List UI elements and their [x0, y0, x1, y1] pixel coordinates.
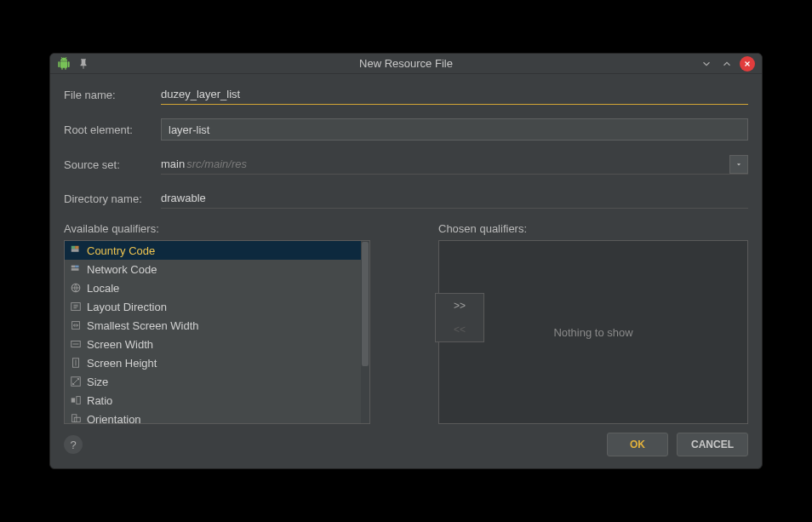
svg-rect-1: [75, 246, 78, 250]
qualifier-item-ratio[interactable]: Ratio: [65, 391, 369, 410]
close-button[interactable]: [740, 56, 755, 72]
root-element-input[interactable]: [161, 118, 748, 141]
file-name-input[interactable]: [161, 84, 748, 105]
svg-rect-2: [71, 249, 79, 252]
new-resource-file-dialog: New Resource File File name: Root elemen…: [49, 53, 763, 469]
transfer-buttons: >> <<: [435, 293, 484, 342]
directory-name-label: Directory name:: [64, 192, 161, 205]
svg-rect-15: [74, 417, 80, 422]
orientation-icon: [70, 413, 82, 424]
directory-name-input[interactable]: [161, 188, 748, 209]
available-qualifiers-label: Available qualifiers:: [64, 222, 370, 235]
globe-icon: [70, 282, 82, 294]
qualifier-item-size[interactable]: Size: [65, 372, 369, 391]
ok-button[interactable]: OK: [607, 433, 668, 456]
layout-direction-icon: [70, 301, 82, 313]
qualifier-item-smallest-screen-width[interactable]: Smallest Screen Width: [65, 316, 369, 335]
screen-height-icon: [70, 357, 82, 369]
svg-rect-0: [71, 246, 75, 250]
add-qualifier-button[interactable]: >>: [436, 294, 483, 318]
size-icon: [70, 376, 82, 387]
svg-rect-13: [77, 397, 80, 404]
qualifier-item-locale[interactable]: Locale: [65, 278, 369, 297]
svg-rect-12: [71, 398, 75, 402]
source-set-main: main: [161, 158, 185, 170]
qualifier-item-orientation[interactable]: Orientation: [65, 410, 369, 424]
pin-icon[interactable]: [77, 58, 89, 70]
chosen-qualifiers-list[interactable]: Nothing to show: [438, 240, 748, 424]
svg-rect-5: [71, 268, 79, 271]
root-element-label: Root element:: [64, 123, 161, 136]
chevron-up-icon[interactable]: [719, 56, 735, 72]
scrollbar-thumb[interactable]: [362, 242, 369, 366]
flag-icon: [70, 244, 82, 256]
ratio-icon: [70, 394, 82, 406]
qualifier-item-layout-direction[interactable]: Layout Direction: [65, 297, 369, 316]
source-set-dropdown[interactable]: main src/main/res: [161, 154, 748, 175]
smallest-width-icon: [70, 319, 82, 331]
remove-qualifier-button: <<: [436, 318, 483, 341]
qualifier-item-country-code[interactable]: Country Code: [65, 241, 369, 260]
cancel-button[interactable]: CANCEL: [677, 433, 748, 456]
available-qualifiers-list[interactable]: Country Code Network Code Locale Layout …: [64, 240, 370, 424]
svg-rect-4: [75, 266, 78, 268]
file-name-label: File name:: [64, 89, 161, 101]
chevron-down-icon[interactable]: [699, 56, 714, 72]
qualifier-item-screen-width[interactable]: Screen Width: [65, 335, 369, 353]
screen-width-icon: [70, 338, 82, 350]
source-set-hint: src/main/res: [186, 158, 247, 170]
qualifier-item-screen-height[interactable]: Screen Height: [65, 353, 369, 372]
nothing-to-show-label: Nothing to show: [553, 326, 632, 339]
titlebar: New Resource File: [50, 54, 762, 74]
svg-rect-3: [71, 266, 75, 268]
scrollbar[interactable]: [361, 241, 369, 423]
android-icon: [57, 57, 71, 71]
dialog-title: New Resource File: [359, 57, 453, 70]
chosen-qualifiers-label: Chosen qualifiers:: [438, 222, 748, 235]
dropdown-arrow-icon[interactable]: [729, 155, 748, 174]
network-icon: [70, 263, 82, 275]
qualifier-item-network-code[interactable]: Network Code: [65, 260, 369, 278]
help-button[interactable]: ?: [64, 435, 83, 454]
source-set-label: Source set:: [64, 158, 161, 171]
